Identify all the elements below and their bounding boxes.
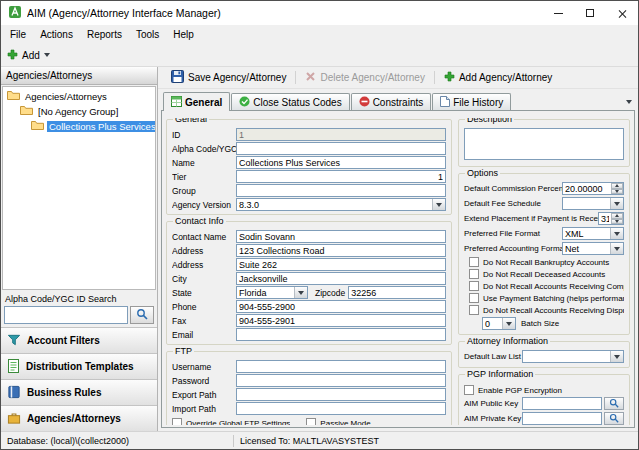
group-field[interactable] — [236, 184, 446, 197]
zipcode-field[interactable] — [348, 286, 446, 299]
accounting-format-select[interactable]: Net — [562, 242, 624, 255]
minimize-icon — [554, 13, 563, 14]
no-recall-complaints-checkbox[interactable] — [469, 281, 479, 291]
commission-label: Default Commission Percentage — [464, 184, 562, 193]
alpha-code-search-input[interactable] — [4, 306, 128, 324]
menu-tools[interactable]: Tools — [129, 27, 166, 42]
menu-help[interactable]: Help — [166, 27, 201, 42]
sidebar-item-agencies-attorneys[interactable]: Agencies/Attorneys — [1, 405, 157, 431]
search-button[interactable] — [130, 306, 154, 324]
name-field[interactable] — [236, 156, 446, 169]
tab-overflow-button[interactable] — [624, 93, 634, 108]
email-label: Email — [172, 330, 236, 340]
browse-aim-private-key-button[interactable] — [604, 412, 624, 425]
ftp-username-field[interactable] — [236, 360, 446, 373]
app-window: AIM (Agency/Attorney Interface Manager) … — [0, 0, 639, 450]
alpha-code-label: Alpha Code/YGC ID — [172, 144, 236, 154]
contact-name-field[interactable] — [236, 230, 446, 243]
extend-placement-field[interactable] — [599, 213, 611, 224]
chevron-down-icon[interactable] — [610, 198, 623, 209]
ftp-password-field[interactable] — [236, 374, 446, 387]
add-agency-button-label: Add Agency/Attorney — [459, 72, 552, 83]
fee-schedule-select[interactable] — [562, 197, 624, 210]
spin-down-icon[interactable] — [611, 189, 623, 195]
email-field[interactable] — [236, 328, 446, 341]
tree-item-group[interactable]: [No Agency Group] — [3, 104, 155, 119]
accounting-format-label: Preferred Accounting Format — [464, 244, 562, 253]
description-textarea[interactable] — [464, 128, 624, 160]
chevron-down-icon[interactable] — [610, 243, 623, 254]
spin-down-icon[interactable] — [611, 219, 623, 225]
batch-size-label: Batch Size — [521, 319, 561, 328]
aim-private-key-field[interactable] — [522, 412, 602, 425]
override-ftp-checkbox[interactable] — [172, 418, 182, 425]
phone-field[interactable] — [236, 300, 446, 313]
contact-name-label: Contact Name — [172, 232, 236, 242]
address1-field[interactable] — [236, 244, 446, 257]
minimize-button[interactable] — [542, 1, 574, 25]
no-recall-bankruptcy-label: Do Not Recall Bankruptcy Accounts — [483, 258, 609, 267]
groupbox-title: Attorney Information — [465, 336, 550, 346]
payment-batching-label: Use Payment Batching (helps performance) — [483, 294, 624, 303]
chevron-down-icon[interactable] — [502, 318, 515, 329]
add-plus-icon — [7, 49, 18, 62]
close-button[interactable] — [606, 1, 638, 25]
sidebar: Agencies/Attorneys Agencies/Attorneys [N… — [1, 67, 158, 431]
no-recall-bankruptcy-checkbox[interactable] — [469, 257, 479, 267]
agency-version-select[interactable]: 8.3.0 — [236, 198, 446, 211]
tier-field[interactable] — [236, 170, 446, 183]
left-column: General ID Alpha Code/YGC ID Name Tier G… — [166, 118, 452, 425]
maximize-button[interactable] — [574, 1, 606, 25]
tab-constraints[interactable]: Constraints — [351, 93, 432, 110]
alpha-code-field[interactable] — [236, 142, 446, 155]
sidebar-item-distribution-templates[interactable]: Distribution Templates — [1, 353, 157, 379]
menu-reports[interactable]: Reports — [80, 27, 129, 42]
aim-public-key-field[interactable] — [522, 397, 602, 410]
commission-field[interactable] — [563, 183, 611, 194]
no-recall-deceased-checkbox[interactable] — [469, 269, 479, 279]
file-format-select[interactable]: XML — [562, 227, 624, 240]
state-select[interactable]: Florida — [236, 286, 308, 299]
tree-item-agency[interactable]: Collections Plus Services — [3, 119, 155, 134]
constraint-icon — [359, 96, 370, 109]
tab-general[interactable]: General — [163, 92, 230, 111]
search-icon — [136, 308, 148, 322]
tab-label: General — [185, 97, 222, 108]
batch-size-select[interactable]: 0 — [482, 317, 516, 330]
sidebar-item-business-rules[interactable]: Business Rules — [1, 379, 157, 405]
default-law-list-select[interactable] — [522, 350, 624, 363]
payment-batching-checkbox[interactable] — [469, 293, 479, 303]
chevron-down-icon[interactable] — [610, 228, 623, 239]
save-agency-button[interactable]: Save Agency/Attorney — [166, 68, 291, 87]
tree-item-root[interactable]: Agencies/Attorneys — [3, 89, 155, 104]
menu-file[interactable]: File — [3, 27, 33, 42]
city-field[interactable] — [236, 272, 446, 285]
add-agency-button[interactable]: Add Agency/Attorney — [439, 69, 557, 86]
tab-close-status-codes[interactable]: Close Status Codes — [231, 93, 349, 110]
chevron-down-icon[interactable] — [294, 287, 307, 298]
ftp-import-path-field[interactable] — [236, 402, 446, 415]
no-recall-deceased-label: Do Not Recall Deceased Accounts — [483, 270, 605, 279]
passive-mode-checkbox[interactable] — [306, 418, 316, 425]
no-recall-disputes-checkbox[interactable] — [469, 305, 479, 315]
ftp-export-path-field[interactable] — [236, 388, 446, 401]
tab-file-history[interactable]: File History — [432, 93, 511, 110]
fax-field[interactable] — [236, 314, 446, 327]
chevron-down-icon[interactable] — [432, 199, 445, 210]
browse-aim-public-key-button[interactable] — [604, 397, 624, 410]
extend-placement-spinner[interactable] — [598, 212, 624, 225]
no-recall-complaints-label: Do Not Recall Accounts Receiving Complai… — [483, 282, 624, 291]
contact-info-groupbox: Contact Info Contact Name Address Addres… — [166, 221, 452, 345]
chevron-down-icon[interactable] — [44, 53, 50, 57]
commission-spinner[interactable] — [562, 182, 624, 195]
sidebar-item-account-filters[interactable]: Account Filters — [1, 327, 157, 353]
menu-actions[interactable]: Actions — [33, 27, 80, 42]
add-button-label[interactable]: Add — [22, 50, 40, 61]
menu-bar: File Actions Reports Tools Help — [1, 25, 638, 44]
maximize-icon — [586, 9, 594, 17]
enable-pgp-checkbox[interactable] — [464, 385, 474, 395]
chevron-down-icon[interactable] — [610, 351, 623, 362]
address2-field[interactable] — [236, 258, 446, 271]
file-icon — [440, 96, 450, 109]
tab-strip: General Close Status Codes Constraints F… — [158, 89, 638, 110]
